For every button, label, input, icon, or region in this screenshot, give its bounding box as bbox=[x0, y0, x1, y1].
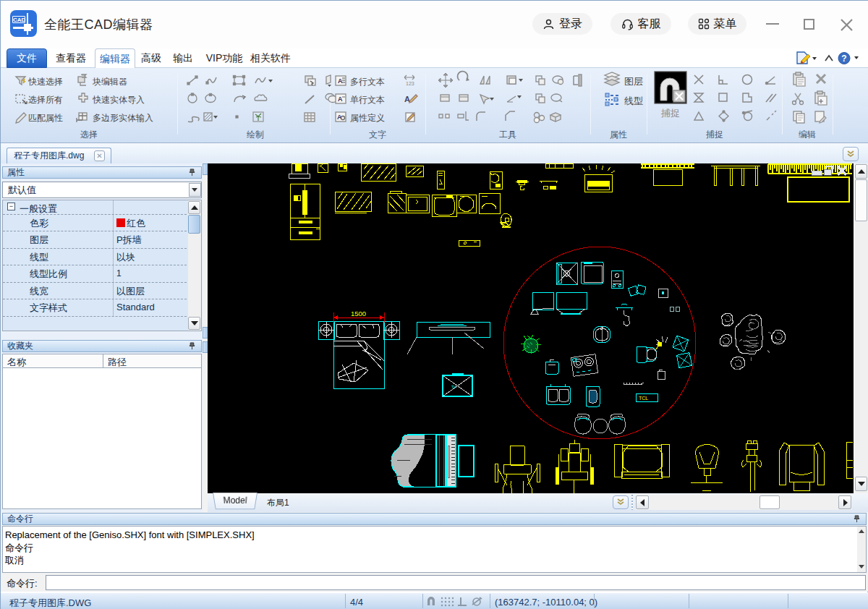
svg-text:TCL: TCL bbox=[639, 396, 648, 401]
svg-text:123: 123 bbox=[406, 81, 414, 86]
svg-text:TV: TV bbox=[451, 385, 456, 389]
svg-text:?: ? bbox=[841, 54, 846, 64]
svg-text:A: A bbox=[338, 95, 343, 103]
svg-text:A: A bbox=[338, 77, 343, 85]
svg-text:1500: 1500 bbox=[351, 310, 366, 318]
